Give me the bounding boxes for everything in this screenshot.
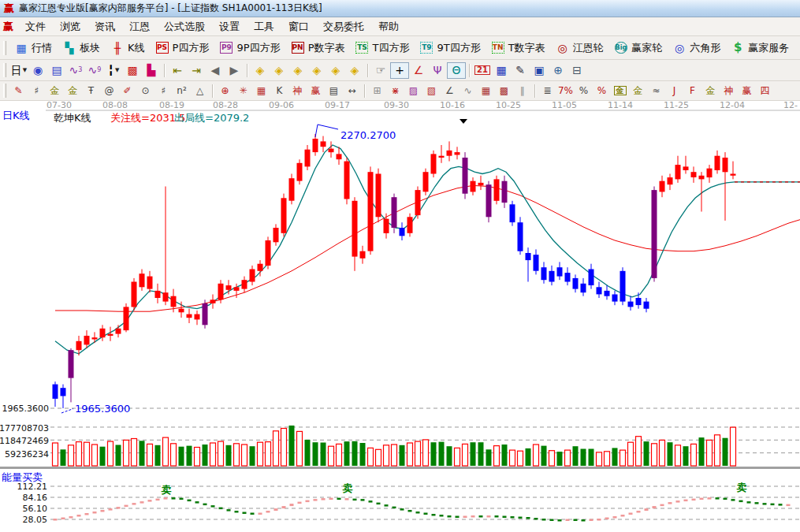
f-level-tool[interactable]: Ŧ xyxy=(82,84,100,99)
smart-map-icon[interactable]: Θ xyxy=(447,62,466,79)
first-bar-icon[interactable]: ⇤ xyxy=(168,62,187,79)
compress-right-icon[interactable]: ◈ xyxy=(270,62,288,79)
wave-line-tool[interactable]: ≈ xyxy=(647,84,665,99)
fence-tool[interactable]: ♯ xyxy=(28,84,46,99)
last-bar-icon[interactable]: ⇥ xyxy=(187,62,206,79)
si-angle-tool[interactable]: 四 xyxy=(756,84,774,99)
toolbar-item-t-digit-table[interactable]: TNT数字表 xyxy=(486,39,551,57)
shen-angle-tool[interactable]: 神 xyxy=(720,84,738,99)
compress-horizontal-icon[interactable]: ◈ xyxy=(307,62,326,79)
menu-item-2[interactable]: 浏览 xyxy=(53,19,87,34)
toolbar-item-p-square[interactable]: PSP四方形 xyxy=(151,39,215,57)
toolbar-item-sectors[interactable]: ▚板块 xyxy=(58,39,106,57)
menu-item-3[interactable]: 资讯 xyxy=(87,19,122,34)
zigzag-tool[interactable]: ∿ xyxy=(459,84,477,99)
next-bar-icon[interactable]: ▶ xyxy=(225,62,244,79)
fan-purple-tool[interactable]: ▨ xyxy=(404,84,422,99)
zoom-all-icon[interactable]: ◈ xyxy=(345,62,364,79)
calculator-icon[interactable]: ▦ xyxy=(492,62,511,79)
span-arrow-tool[interactable]: ↔ xyxy=(343,84,361,99)
red-brush-tool[interactable]: ✐ xyxy=(118,84,136,99)
menu-item-8[interactable]: 窗口 xyxy=(281,19,316,34)
frame-tool[interactable]: ⊞ xyxy=(368,84,386,99)
menu-item-7[interactable]: 工具 xyxy=(247,19,281,34)
f-angle-tool[interactable]: F xyxy=(683,84,701,99)
toolbar-item-p-digit-table[interactable]: PNP数字表 xyxy=(286,39,351,57)
menu-item-1[interactable]: 文件 xyxy=(18,19,53,34)
ying-angle-tool[interactable]: 赢 xyxy=(738,84,756,99)
red-grid-tool[interactable]: ▦ xyxy=(252,84,270,99)
hand-tool-icon[interactable]: ☞ xyxy=(371,62,390,79)
scale-meter-tool[interactable]: ≣ xyxy=(538,84,556,99)
expand-horizontal-icon[interactable]: ◈ xyxy=(288,62,307,79)
angle-measure-icon[interactable]: ∠ xyxy=(409,62,428,79)
price-grid-tool[interactable]: ▦ xyxy=(477,84,495,99)
fan-red-tool[interactable]: ▧ xyxy=(422,84,441,99)
kline-chart-svg[interactable]: 07-3008-0808-1908-2809-0609-1709-3010-16… xyxy=(0,101,800,532)
info-panel-icon[interactable]: ▤ xyxy=(47,62,66,79)
calendar-icon[interactable]: 21 xyxy=(473,62,492,79)
toolbar-handle[interactable] xyxy=(3,41,6,55)
shen-tool[interactable]: 神 xyxy=(288,84,307,99)
gold-circle-tool[interactable]: 金 xyxy=(611,84,629,99)
period-day-dropdown[interactable]: 日▼ xyxy=(9,62,28,79)
chart-area[interactable]: 07-3008-0808-1908-2809-0609-1709-3010-16… xyxy=(0,101,800,532)
toolbar-item-winner-wheel[interactable]: Big赢家轮 xyxy=(609,39,668,57)
red-pen-tool[interactable]: ✎ xyxy=(9,84,28,99)
gold-gate-tool-2[interactable]: 金 xyxy=(64,84,82,99)
pattern-red-icon[interactable]: ▩ xyxy=(123,62,142,79)
save-icon[interactable]: ▣ xyxy=(530,62,549,79)
gold-line-tool[interactable]: 金 xyxy=(629,84,647,99)
time-cycle-tool[interactable]: ⊙ xyxy=(136,84,154,99)
spiral-tool[interactable]: @ xyxy=(100,84,118,99)
grid-123-tool[interactable]: ▤ xyxy=(325,84,343,99)
price-grid2-tool[interactable]: ▩ xyxy=(495,84,513,99)
toolbar-item-gann-wheel[interactable]: ◎江恩轮 xyxy=(551,39,609,57)
toolbar-item-t-square[interactable]: TST四方形 xyxy=(350,39,415,57)
grid-fence-tool[interactable]: ♯ xyxy=(154,84,173,99)
angle-line-tool[interactable]: ∠ xyxy=(441,84,459,99)
toolbar-item-market-quotes[interactable]: ▦行情 xyxy=(9,39,58,57)
winner-service-label: 赢家服务 xyxy=(748,41,789,55)
ying-tool[interactable]: 赢 xyxy=(307,84,325,99)
menu-item-9[interactable]: 交易委托 xyxy=(316,19,371,34)
toolbar-handle[interactable] xyxy=(3,84,6,98)
menu-item-4[interactable]: 江恩 xyxy=(122,19,157,34)
menu-item-6[interactable]: 设置 xyxy=(212,19,247,34)
k-mark-tool[interactable]: K xyxy=(270,84,288,99)
gann-fan-tool[interactable]: ⋇ xyxy=(386,84,404,99)
workstation-icon[interactable]: ⊟ xyxy=(567,62,586,79)
n-square-tool[interactable]: n² xyxy=(173,84,191,99)
prism-tool[interactable]: △ xyxy=(191,84,209,99)
percent-line-tool[interactable]: % xyxy=(593,84,611,99)
toolbar-item-nine-t-square[interactable]: T99T四方形 xyxy=(415,39,486,57)
target-cross-tool[interactable]: ⊕ xyxy=(216,84,234,99)
toolbar-item-winner-service[interactable]: $赢家服务 xyxy=(726,39,794,57)
toolbar-item-hexagon[interactable]: ◎六角形 xyxy=(668,39,726,57)
compress-left-icon[interactable]: ◈ xyxy=(251,62,270,79)
percent-tool[interactable]: % xyxy=(575,84,593,99)
menu-item-10[interactable]: 帮助 xyxy=(371,19,406,34)
gann-shape-icon[interactable]: Ψ xyxy=(428,62,447,79)
j-angle-tool[interactable]: J xyxy=(665,84,683,99)
color-histogram-icon[interactable]: ▙ xyxy=(142,62,161,79)
notes-icon[interactable]: ✎ xyxy=(511,62,530,79)
percent-7-tool[interactable]: 7% xyxy=(556,84,575,99)
wave-9-icon[interactable]: ∿9 xyxy=(85,62,104,79)
gold-angle-tool[interactable]: 金 xyxy=(701,84,720,99)
candle-style-dropdown[interactable]: ╏▼ xyxy=(104,62,123,79)
prev-bar-icon[interactable]: ◀ xyxy=(206,62,225,79)
expand-all-icon[interactable]: ◈ xyxy=(326,62,345,79)
toolbar-item-nine-p-square[interactable]: P99P四方形 xyxy=(214,39,285,57)
window-title: 赢家江恩专业版[赢家内部服务平台] - [上证指数 SH1A0001-113日K… xyxy=(19,2,322,15)
toolbar-item-kline[interactable]: ╫K线 xyxy=(106,39,151,57)
chaos-overlay-icon[interactable]: ◉ xyxy=(28,62,47,79)
toolbar-handle[interactable] xyxy=(3,63,6,77)
parallel-lines-tool[interactable]: ∥ xyxy=(513,84,531,99)
crosshair-tool-icon[interactable]: + xyxy=(390,62,409,79)
star-burst-tool[interactable]: ✳ xyxy=(234,84,252,99)
web-sync-icon[interactable]: ⊕ xyxy=(549,62,567,79)
menu-item-5[interactable]: 公式选股 xyxy=(157,19,212,34)
gold-gate-tool-1[interactable]: 金 xyxy=(46,84,64,99)
wave-3-icon[interactable]: ∿3 xyxy=(66,62,85,79)
